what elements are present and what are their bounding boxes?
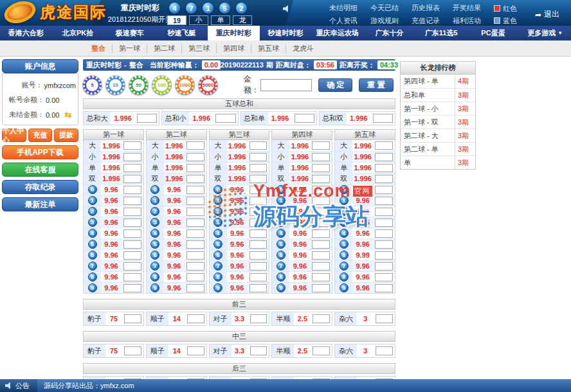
triple-bet-input[interactable]: [124, 346, 141, 355]
bet-label[interactable]: 小: [335, 152, 352, 162]
bet-label[interactable]: 3: [84, 217, 101, 227]
bet-label[interactable]: 单: [335, 163, 352, 173]
bet-label[interactable]: 大: [335, 140, 352, 151]
bet-input[interactable]: [123, 229, 141, 238]
subnav-item-整合[interactable]: 整合: [85, 44, 112, 53]
bet-label[interactable]: 6: [147, 250, 164, 260]
bet-input[interactable]: [375, 262, 393, 271]
bet-label[interactable]: 7: [335, 261, 352, 271]
bet-input[interactable]: [249, 284, 267, 292]
bet-input[interactable]: [312, 153, 330, 161]
nav-tab-广东十分[interactable]: 广东十分: [363, 26, 415, 40]
bet-input[interactable]: [123, 197, 141, 205]
bet-input[interactable]: [375, 153, 393, 161]
header-link[interactable]: 未结明细: [329, 3, 358, 13]
subnav-item-第三球[interactable]: 第三球: [181, 44, 216, 53]
bet-label[interactable]: 9: [84, 283, 101, 293]
bet-label[interactable]: 1: [272, 195, 289, 206]
subnav-item-第四球[interactable]: 第四球: [216, 44, 251, 53]
nav-tab-秒速时时彩[interactable]: 秒速时时彩: [260, 26, 312, 40]
triple-bet-label[interactable]: 顺子: [147, 344, 168, 357]
chip-1000[interactable]: 1000: [176, 76, 194, 94]
bet-label[interactable]: 单: [147, 163, 164, 173]
header-link[interactable]: 今天已结: [370, 3, 399, 13]
chip-5000[interactable]: 5000: [199, 76, 217, 94]
bet-label[interactable]: 6: [272, 250, 289, 260]
bet-input[interactable]: [186, 284, 204, 292]
bet-label[interactable]: 大: [210, 140, 227, 151]
bet-input[interactable]: [312, 273, 330, 281]
triple-bet-label[interactable]: 半顺: [272, 344, 294, 357]
triple-bet-input[interactable]: [376, 346, 393, 355]
bet-label[interactable]: 2: [210, 206, 227, 217]
chip-100[interactable]: 100: [152, 76, 171, 94]
bet-label[interactable]: 2: [272, 206, 289, 217]
bet-input[interactable]: [375, 251, 393, 260]
subnav-item-第五球[interactable]: 第五球: [251, 44, 286, 53]
theme-option[interactable]: 红色: [494, 4, 517, 13]
bet-label[interactable]: 8: [335, 272, 352, 282]
bet-label[interactable]: 5: [335, 239, 352, 249]
bet-label[interactable]: 6: [84, 250, 101, 260]
sum-bet-input[interactable]: [137, 114, 157, 123]
bet-label[interactable]: 3: [335, 217, 352, 227]
triple-bet-label[interactable]: 杂六: [335, 344, 357, 357]
bet-input[interactable]: [249, 175, 267, 183]
nav-tab-更多游戏[interactable]: 更多游戏▼: [519, 26, 571, 40]
bet-label[interactable]: 0: [210, 184, 227, 195]
bet-input[interactable]: [249, 153, 267, 161]
bet-input[interactable]: [249, 229, 267, 238]
bet-label[interactable]: 5: [147, 239, 164, 249]
triple-bet-label[interactable]: 对子: [210, 312, 231, 325]
bet-label[interactable]: 双: [335, 174, 352, 184]
bet-input[interactable]: [123, 208, 141, 216]
bet-input[interactable]: [375, 164, 393, 172]
bet-label[interactable]: 双: [272, 174, 289, 184]
triple-bet-input[interactable]: [124, 314, 141, 323]
bet-label[interactable]: 大: [272, 140, 289, 151]
bet-label[interactable]: 7: [210, 261, 227, 271]
bet-input[interactable]: [186, 218, 204, 227]
triple-bet-input[interactable]: [376, 314, 393, 323]
bet-label[interactable]: 7: [84, 261, 101, 271]
sum-bet-label[interactable]: 总和单: [241, 112, 268, 125]
online-service-button[interactable]: 在线客服: [2, 163, 78, 177]
bet-input[interactable]: [123, 186, 141, 194]
header-link[interactable]: 个人资讯: [329, 16, 358, 26]
sidebar-button-充值[interactable]: 充值: [28, 129, 53, 142]
bet-label[interactable]: 4: [210, 228, 227, 238]
nav-tab-PC蛋蛋[interactable]: PC蛋蛋: [467, 26, 520, 40]
bet-input[interactable]: [123, 240, 141, 249]
bet-label[interactable]: 8: [210, 272, 227, 282]
bet-label[interactable]: 6: [335, 250, 352, 260]
triple-bet-input[interactable]: [250, 314, 267, 323]
bet-label[interactable]: 3: [147, 217, 164, 227]
subnav-item-第一球[interactable]: 第一球: [112, 44, 147, 53]
bet-input[interactable]: [312, 240, 330, 249]
bet-label[interactable]: 3: [210, 217, 227, 227]
bet-label[interactable]: 大: [147, 140, 164, 151]
bet-label[interactable]: 8: [272, 272, 289, 282]
bet-input[interactable]: [186, 197, 204, 205]
triple-bet-input[interactable]: [313, 314, 330, 323]
sidebar-button-存取纪录[interactable]: 存取纪录: [2, 180, 78, 194]
sum-bet-input[interactable]: [295, 114, 314, 123]
sidebar-button-个人中心[interactable]: 个人中心: [2, 129, 26, 142]
bet-label[interactable]: 4: [84, 228, 101, 238]
bet-label[interactable]: 4: [147, 228, 164, 238]
header-link[interactable]: 充值记录: [412, 16, 440, 26]
sidebar-button-提款[interactable]: 提款: [54, 129, 78, 142]
bet-input[interactable]: [123, 273, 141, 281]
bet-input[interactable]: [186, 141, 204, 150]
triple-bet-label[interactable]: 顺子: [147, 312, 168, 325]
bet-label[interactable]: 大: [84, 140, 101, 151]
bet-label[interactable]: 8: [84, 272, 101, 282]
header-link[interactable]: 开奖结果: [453, 3, 481, 13]
bet-input[interactable]: [249, 197, 267, 205]
subnav-item-龙虎斗[interactable]: 龙虎斗: [286, 44, 320, 53]
triple-bet-label[interactable]: 半顺: [272, 312, 294, 325]
bet-label[interactable]: 6: [210, 250, 227, 260]
bet-input[interactable]: [186, 229, 204, 238]
nav-tab-极速赛车[interactable]: 极速赛车: [104, 26, 156, 40]
bet-label[interactable]: 8: [147, 272, 164, 282]
